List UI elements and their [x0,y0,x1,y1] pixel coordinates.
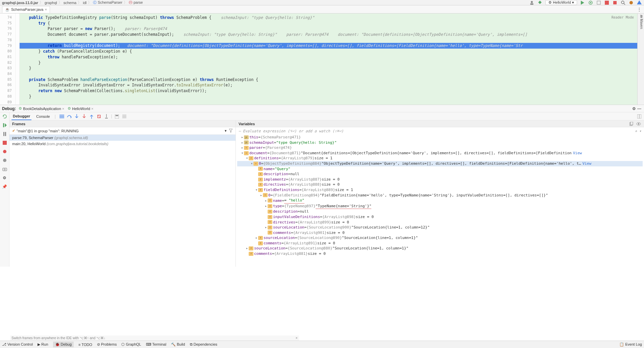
stop-debug-icon[interactable] [2,140,7,145]
run-toolwindow-button[interactable]: ▶ Run [38,342,48,347]
coverage-icon[interactable] [596,0,601,5]
stop-icon[interactable] [612,0,618,5]
stack-frame[interactable]: parse:79, SchemaParser (graphql.schema.i… [9,135,236,141]
variable-row[interactable]: fname = "Query" [237,166,643,172]
vcs-toolwindow-button[interactable]: ⎇ Version Control [2,342,33,347]
build-toolwindow-button[interactable]: 🔨 Build [171,342,185,347]
step-over-icon[interactable] [67,114,72,119]
code-line[interactable] [20,71,644,77]
ide-update-icon[interactable] [637,0,642,5]
code-area[interactable]: Reader Mode public TypeDefinitionRegistr… [20,14,644,105]
code-line[interactable]: return buildRegistry(document); document… [20,43,644,49]
pin-icon[interactable]: 📌 [2,184,7,189]
pause-icon[interactable] [2,131,7,137]
code-line[interactable]: } [20,60,644,66]
problems-toolwindow-button[interactable]: ⊘ Problems [97,342,117,347]
breadcrumb-item[interactable]: Ⓒ SchemaParser [93,0,122,5]
editor-more-icon[interactable]: ⋮ [637,7,642,12]
reader-mode-toggle[interactable]: Reader Mode [612,15,634,21]
graphql-toolwindow-button[interactable]: ⬡ GraphQL [121,342,141,347]
variable-row[interactable]: fcomments = {ArrayList@881} size = 0 [237,251,643,257]
copy-icon[interactable] [628,121,634,127]
variables-tree[interactable]: ▸pthis = {SchemaParser@471}▸pschemaInput… [236,135,644,257]
variable-row[interactable]: ▾fdefinitions = {ArrayList@879} size = 1 [237,156,643,161]
variable-row[interactable]: ▸fname = = "hello" [237,198,643,204]
code-line[interactable]: public TypeDefinitionRegistry parse(Stri… [20,15,644,21]
variable-row[interactable]: ▸fsourceLocation = {SourceLocation@880} … [237,246,643,251]
debug-toolwindow-button[interactable]: 🐞 Debug [53,342,74,347]
eye-icon[interactable] [636,121,641,127]
close-icon[interactable]: × [91,107,93,111]
variable-row[interactable]: ▸fsourceLocation = {SourceLocation@890} … [237,235,643,241]
variable-row[interactable]: fdirectives = {ArrayList@899} size = 0 [237,220,643,225]
search-icon[interactable] [620,0,626,5]
settings-icon[interactable] [628,0,634,5]
camera-icon[interactable] [2,166,7,172]
variable-row[interactable]: ▸pschemaInput = "type Query{hello: Strin… [237,140,643,145]
variable-row[interactable]: ▸=0 = {FieldDefinition@894} "FieldDefini… [237,193,643,198]
evaluate-expression-input[interactable]: — Evaluate expression (⌥⏎) or add a watc… [236,127,644,135]
filter-icon[interactable]: ▾ [225,129,227,133]
thread-selector[interactable]: ✔ "main"@1 in group "main": RUNNING ▾ [9,127,236,135]
view-breakpoints-icon[interactable] [2,149,7,154]
code-line[interactable]: private SchemaProblem handleParseExcepti… [20,77,644,83]
variable-row[interactable]: ▾ffieldDefinitions = {ArrayList@889} siz… [237,187,643,193]
code-line[interactable]: throw handleParseException(e); [20,54,644,60]
threads-icon[interactable] [59,114,65,119]
watch-dropdown-icon[interactable]: ▾ [639,129,641,133]
variable-row[interactable]: fcomments = {ArrayList@901} size = 0 [237,230,643,236]
variable-row[interactable]: ▸ftype = {TypeName@897} "TypeName{name='… [237,204,643,209]
step-into-icon[interactable] [74,114,79,119]
resume-icon[interactable] [2,123,7,128]
terminal-toolwindow-button[interactable]: ⌨ Terminal [146,342,166,347]
settings-debug-icon[interactable]: ⚙ [2,175,7,181]
variable-row[interactable]: ▾=document = {Document@871} "Document{de… [237,151,643,156]
run-to-cursor-icon[interactable] [104,114,109,119]
rerun-icon[interactable] [2,114,7,119]
breadcrumb-item[interactable]: idl [83,1,86,5]
debug-session-tab[interactable]: ⚙ BookDetailsApplication × [19,106,64,111]
variable-row[interactable]: finputValueDefinitions = {ArrayList@898}… [237,214,643,220]
build-icon[interactable] [537,0,543,5]
variable-row[interactable]: ▸=parser = {Parser@474} [237,145,643,151]
debug-session-tab[interactable]: ⚙ HelloWorld × [68,106,93,111]
variable-row[interactable]: ▾=0 = {ObjectTypeDefinition@884} "Object… [237,161,643,166]
code-line[interactable] [20,99,644,105]
close-icon[interactable]: × [62,107,64,111]
code-line[interactable] [20,37,644,43]
variable-row[interactable]: ▸fsourceLocation = {SourceLocation@900} … [237,225,643,230]
run-config-select[interactable]: ⚙ HelloWorld ▾ [545,0,577,5]
variable-row[interactable]: fdirectives = {ArrayList@888} size = 0 [237,182,643,187]
variable-row[interactable]: fimplementz = {ArrayList@887} size = 0 [237,177,643,182]
profiler-icon[interactable] [604,0,610,5]
variable-row[interactable]: fcomments = {ArrayList@891} size = 0 [237,241,643,246]
gear-icon[interactable]: ⚙ [631,106,637,111]
drop-frame-icon[interactable] [96,114,102,119]
mute-breakpoints-icon[interactable] [2,158,7,163]
todo-toolwindow-button[interactable]: ≡ TODO [78,343,92,347]
breadcrumb-item[interactable]: graphql-java-11.0.jar [2,1,38,5]
right-sidebar[interactable]: m Maven [637,14,644,105]
run-icon[interactable] [580,0,585,5]
code-line[interactable]: Parser parser = new Parser(); parser: Pa… [20,26,644,32]
code-line[interactable]: } [20,65,644,71]
funnel-icon[interactable] [229,129,233,133]
debug-icon[interactable] [588,0,593,5]
add-watch-icon[interactable]: + [635,129,637,133]
editor-tab[interactable]: ☕ SchemaParser.java × [2,6,50,13]
step-out-icon[interactable] [89,114,94,119]
minimize-icon[interactable]: — [637,106,642,111]
user-icon[interactable] [529,0,535,5]
stack-frame[interactable]: main:20, HelloWorld (com.graphqljava.tut… [9,141,236,147]
console-tab[interactable]: Console [35,113,51,120]
debugger-tab[interactable]: Debugger [11,113,31,120]
trace-icon[interactable] [122,114,127,119]
breadcrumb-item[interactable]: ⓜ parse [129,0,143,5]
variable-row[interactable]: fdescription = null [237,209,643,214]
evaluate-icon[interactable] [114,114,120,119]
dependencies-toolwindow-button[interactable]: ⧉ Dependencies [190,342,217,347]
event-log-button[interactable]: 📋 Event Log [619,342,642,347]
breadcrumb-item[interactable]: graphql [45,1,57,5]
breadcrumb-item[interactable]: schema [64,1,77,5]
code-line[interactable]: Document document = parser.parseDocument… [20,32,644,37]
